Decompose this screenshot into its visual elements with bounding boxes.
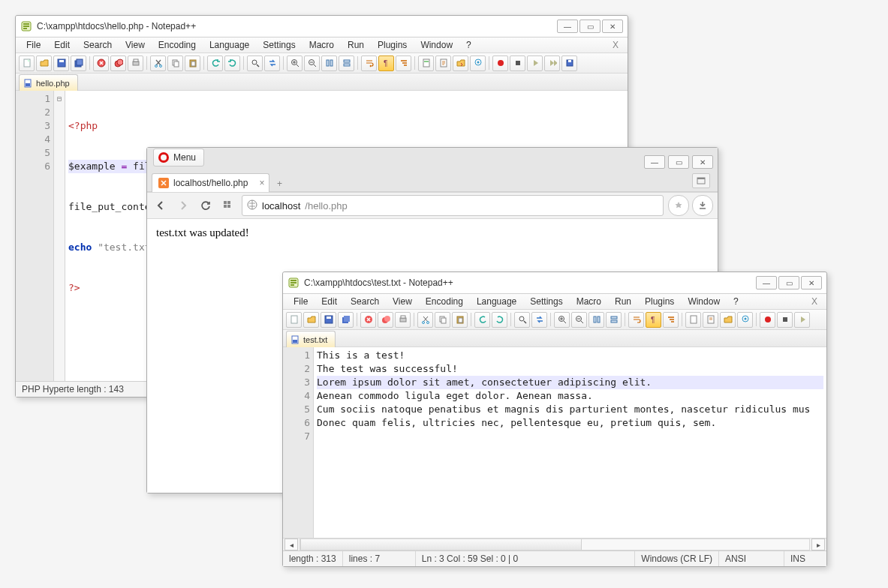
menu-run[interactable]: Run (342, 39, 370, 51)
menu-settings[interactable]: Settings (257, 39, 301, 51)
menu-window[interactable]: Window (682, 296, 726, 308)
redo-icon[interactable] (224, 56, 240, 71)
maximize-button[interactable]: ▭ (778, 276, 799, 290)
close-file-icon[interactable] (360, 312, 376, 328)
address-bar[interactable]: localhost/hello.php (242, 195, 664, 216)
menu-view[interactable]: View (387, 296, 418, 308)
close-button[interactable]: ✕ (692, 155, 713, 169)
fold-column[interactable]: ⊟ (54, 91, 65, 381)
maximize-button[interactable]: ▭ (579, 20, 601, 33)
play-macro-icon[interactable] (794, 312, 810, 328)
doc-map-icon[interactable] (418, 56, 434, 71)
menubar-more[interactable]: X (807, 296, 822, 307)
folder-workspace-icon[interactable] (720, 312, 736, 328)
zoom-out-icon[interactable] (304, 56, 320, 71)
close-all-icon[interactable] (378, 312, 393, 328)
save-all-icon[interactable] (71, 56, 86, 71)
titlebar[interactable]: C:\xampp\htdocs\test.txt - Notepad++ — ▭… (283, 272, 826, 294)
browser-menu-button[interactable]: Menu (153, 148, 204, 166)
open-file-icon[interactable] (303, 312, 319, 328)
code-area[interactable]: This is a test!The test was successful!L… (314, 347, 826, 538)
close-file-icon[interactable] (93, 56, 109, 71)
copy-icon[interactable] (435, 312, 450, 328)
play-macro-icon[interactable] (527, 56, 543, 71)
tab-test-txt[interactable]: test.txt (286, 331, 336, 347)
cut-icon[interactable] (150, 56, 166, 71)
menu-help[interactable]: ? (460, 39, 477, 51)
maximize-button[interactable]: ▭ (668, 155, 689, 169)
tab-hello-php[interactable]: hello.php (19, 74, 78, 91)
undo-icon[interactable] (207, 56, 223, 71)
speed-dial-icon[interactable] (219, 196, 237, 214)
copy-icon[interactable] (167, 56, 183, 71)
func-list-icon[interactable] (435, 56, 451, 71)
new-file-icon[interactable] (19, 56, 35, 71)
scroll-left-icon[interactable]: ◂ (284, 538, 298, 550)
save-icon[interactable] (53, 56, 69, 71)
show-all-chars-icon[interactable]: ¶ (378, 56, 394, 71)
save-all-icon[interactable] (338, 312, 354, 328)
minimize-button[interactable]: — (756, 276, 777, 290)
func-list-icon[interactable] (703, 312, 718, 328)
menu-plugins[interactable]: Plugins (372, 39, 413, 51)
save-icon[interactable] (321, 312, 336, 328)
find-icon[interactable] (247, 56, 263, 71)
monitoring-icon[interactable] (470, 56, 486, 71)
reload-button[interactable] (197, 196, 215, 214)
doc-map-icon[interactable] (685, 312, 701, 328)
close-button[interactable]: ✕ (602, 20, 623, 33)
menu-language[interactable]: Language (471, 296, 522, 308)
open-file-icon[interactable] (36, 56, 52, 71)
menu-encoding[interactable]: Encoding (152, 39, 202, 51)
menu-help[interactable]: ? (727, 296, 745, 308)
menu-language[interactable]: Language (203, 39, 255, 51)
horizontal-scrollbar[interactable]: ◂ ▸ (283, 538, 826, 550)
bookmark-button[interactable] (668, 195, 689, 216)
save-macro-icon[interactable] (561, 56, 577, 71)
zoom-in-icon[interactable] (554, 312, 570, 328)
menubar-more[interactable]: X (608, 40, 623, 50)
new-file-icon[interactable] (286, 312, 302, 328)
show-all-chars-icon[interactable]: ¶ (646, 312, 661, 328)
close-all-icon[interactable] (110, 56, 126, 71)
browser-tab[interactable]: localhost/hello.php × (152, 173, 269, 192)
scroll-right-icon[interactable]: ▸ (811, 538, 825, 550)
menu-file[interactable]: File (20, 39, 47, 51)
minimize-button[interactable]: — (557, 20, 578, 33)
record-macro-icon[interactable] (492, 56, 508, 71)
undo-icon[interactable] (474, 312, 490, 328)
back-button[interactable] (152, 196, 170, 214)
menu-run[interactable]: Run (609, 296, 637, 308)
indent-guide-icon[interactable] (396, 56, 411, 71)
record-macro-icon[interactable] (760, 312, 775, 328)
stop-macro-icon[interactable] (510, 56, 525, 71)
paste-icon[interactable] (452, 312, 468, 328)
paste-icon[interactable] (185, 56, 200, 71)
menu-encoding[interactable]: Encoding (420, 296, 469, 308)
cut-icon[interactable] (417, 312, 433, 328)
minimize-button[interactable]: — (644, 155, 665, 169)
indent-guide-icon[interactable] (663, 312, 679, 328)
wordwrap-icon[interactable] (628, 312, 644, 328)
menu-window[interactable]: Window (414, 39, 459, 51)
tab-close-icon[interactable]: × (259, 178, 264, 188)
monitoring-icon[interactable] (737, 312, 753, 328)
folder-workspace-icon[interactable] (453, 56, 468, 71)
find-icon[interactable] (514, 312, 530, 328)
menu-search[interactable]: Search (77, 39, 118, 51)
sync-hscroll-icon[interactable] (339, 56, 354, 71)
wordwrap-icon[interactable] (361, 56, 377, 71)
play-multi-icon[interactable] (544, 56, 560, 71)
menu-plugins[interactable]: Plugins (639, 296, 680, 308)
scroll-track[interactable] (300, 538, 810, 550)
sync-vscroll-icon[interactable] (321, 56, 337, 71)
stop-macro-icon[interactable] (777, 312, 793, 328)
panel-toggle-icon[interactable] (692, 173, 710, 188)
close-button[interactable]: ✕ (801, 276, 822, 290)
replace-icon[interactable] (264, 56, 280, 71)
print-icon[interactable] (128, 56, 143, 71)
site-info-icon[interactable] (247, 200, 257, 212)
redo-icon[interactable] (492, 312, 507, 328)
menu-search[interactable]: Search (345, 296, 385, 308)
menu-macro[interactable]: Macro (570, 296, 607, 308)
